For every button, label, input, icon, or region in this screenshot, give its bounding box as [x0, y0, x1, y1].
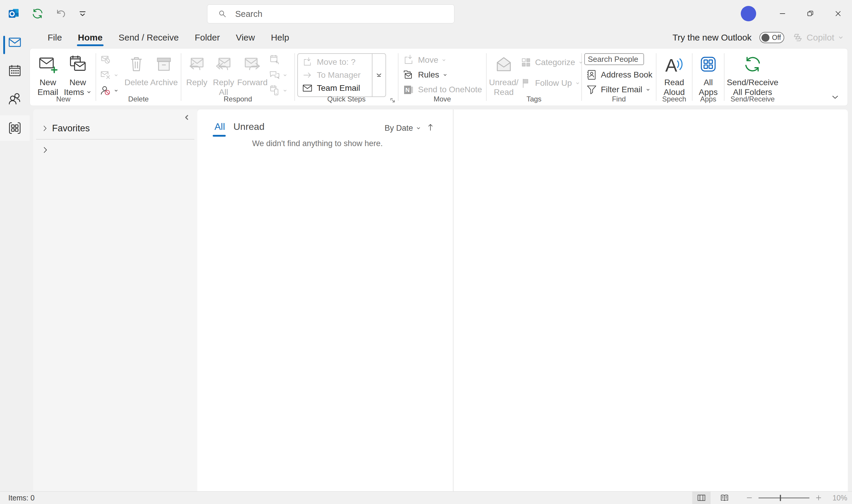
customize-qat-button[interactable] [78, 9, 87, 18]
rules-icon [403, 69, 415, 81]
forward-button[interactable]: Forward [237, 53, 268, 87]
quick-steps-gallery: Move to: ? To Manager [297, 53, 386, 97]
reply-icon [187, 53, 206, 75]
zoom-out-button[interactable] [745, 493, 754, 502]
sort-by-button[interactable]: By Date [385, 124, 421, 133]
forward-label: Forward [237, 77, 268, 87]
mobile-icon [269, 85, 280, 96]
search-people-box[interactable] [584, 53, 644, 65]
move-button[interactable]: Move [401, 53, 448, 68]
plus-icon [814, 493, 823, 502]
unread-read-label-1: Unread/ [489, 77, 519, 87]
copilot-icon [792, 32, 803, 43]
menubar-right: Try the new Outlook Off Copilot [672, 27, 844, 48]
zoom-level[interactable]: 10% [830, 494, 847, 502]
undo-button[interactable] [55, 8, 67, 19]
tab-view[interactable]: View [228, 27, 263, 48]
search-input[interactable] [235, 9, 454, 19]
categorize-button[interactable]: Categorize [519, 55, 585, 70]
reply-all-button[interactable]: Reply All [210, 53, 237, 97]
app-rail [0, 27, 30, 491]
ribbon-group-send-receive: Send/Receive All Folders Send/Receive [725, 49, 781, 106]
mail-icon [8, 35, 22, 49]
rail-mail-button[interactable] [0, 30, 30, 55]
move-label: Move [418, 55, 438, 65]
tab-home[interactable]: Home [70, 27, 110, 48]
read-aloud-button[interactable]: A Read Aloud [659, 53, 690, 97]
new-items-button[interactable]: New Items [62, 53, 93, 97]
chevron-down-icon [838, 35, 844, 40]
user-avatar[interactable] [741, 6, 756, 21]
close-button[interactable] [824, 0, 852, 27]
restore-button[interactable] [796, 0, 824, 27]
group-label-tags: Tags [487, 95, 581, 103]
all-apps-button[interactable]: All Apps [695, 53, 722, 97]
zoom-in-button[interactable] [814, 493, 823, 502]
rail-calendar-button[interactable] [0, 58, 30, 84]
quick-steps-more-button[interactable] [372, 54, 385, 96]
apps-grid-icon [8, 121, 22, 135]
copilot-button[interactable]: Copilot [792, 32, 844, 43]
unread-read-button[interactable]: Unread/ Read [489, 53, 519, 97]
send-receive-all-button[interactable]: Send/Receive All Folders [727, 53, 778, 97]
tab-file[interactable]: File [40, 27, 70, 48]
delete-icon [127, 53, 146, 75]
chevron-down-icon [575, 81, 580, 86]
ignore-button[interactable] [98, 53, 123, 66]
active-module-indicator [3, 36, 5, 54]
normal-view-button[interactable] [692, 491, 711, 504]
zoom-slider[interactable] [759, 491, 810, 504]
meeting-button[interactable] [268, 53, 292, 66]
sort-direction-button[interactable] [426, 123, 435, 132]
new-email-icon [38, 53, 58, 75]
tab-all[interactable]: All [215, 121, 225, 132]
reading-view-icon [720, 493, 729, 503]
favorites-header[interactable]: Favorites [41, 123, 90, 134]
search-people-input[interactable] [588, 55, 640, 64]
minimize-button[interactable] [768, 0, 796, 27]
chevron-down-icon [831, 93, 839, 102]
chevron-down-icon [114, 73, 118, 77]
rail-more-apps-button[interactable] [0, 115, 30, 141]
chat-icon [269, 69, 280, 81]
collapse-ribbon-button[interactable] [831, 93, 839, 102]
new-email-button[interactable]: New Email [33, 53, 62, 97]
active-tab-underline [213, 135, 226, 137]
ribbon-group-tags: Unread/ Read Categorize [487, 49, 581, 106]
toggle-state-label: Off [772, 34, 781, 42]
reply-button[interactable]: Reply [184, 53, 210, 87]
expand-account-button[interactable] [41, 146, 49, 154]
toggle-knob [761, 34, 769, 42]
rules-button[interactable]: Rules [401, 68, 449, 82]
delete-button[interactable]: Delete [123, 53, 150, 87]
rail-people-button[interactable] [0, 86, 30, 111]
quick-step-label: To Manager [317, 70, 361, 80]
quick-steps-dialog-launcher[interactable] [389, 97, 396, 104]
reading-view-button[interactable] [715, 491, 734, 504]
ribbon-group-apps: All Apps Apps [692, 49, 724, 106]
tab-unread[interactable]: Unread [233, 121, 265, 132]
quick-step-to-manager[interactable]: To Manager [299, 69, 371, 82]
quick-step-team-email[interactable]: Team Email [299, 82, 371, 95]
im-button[interactable] [268, 69, 292, 82]
try-new-outlook-label: Try the new Outlook [672, 33, 751, 42]
junk-icon [100, 69, 111, 81]
collapse-folder-pane-button[interactable] [183, 113, 191, 121]
zoom-slider-thumb[interactable] [780, 495, 781, 501]
try-new-outlook-toggle[interactable]: Off [759, 32, 784, 43]
tab-folder[interactable]: Folder [187, 27, 228, 48]
tab-help[interactable]: Help [263, 27, 297, 48]
delete-label: Delete [125, 77, 148, 87]
send-receive-label-1: Send/Receive [727, 77, 778, 87]
send-receive-qat-button[interactable] [31, 7, 44, 20]
archive-button[interactable]: Archive [150, 53, 178, 87]
new-items-icon [68, 53, 88, 75]
search-bar[interactable] [207, 4, 454, 23]
quick-step-move-to[interactable]: Move to: ? [299, 56, 371, 69]
quick-access-toolbar [8, 0, 87, 27]
tab-send-receive[interactable]: Send / Receive [111, 27, 187, 48]
junk-button[interactable] [98, 69, 123, 82]
address-book-button[interactable]: Address Book [584, 68, 654, 82]
ribbon-group-respond: Reply Reply All [181, 49, 294, 106]
follow-up-button[interactable]: Follow Up [519, 76, 585, 90]
